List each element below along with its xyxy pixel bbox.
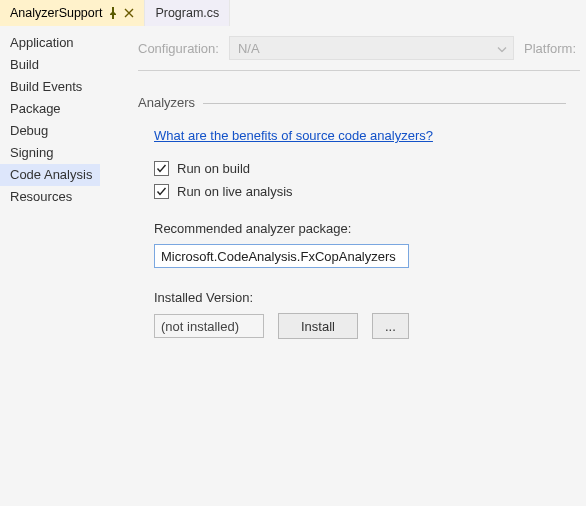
sidebar-item-application[interactable]: Application <box>0 32 100 54</box>
checkbox-label: Run on live analysis <box>177 184 293 199</box>
chevron-down-icon <box>497 41 507 56</box>
installed-version-value: (not installed) <box>154 314 264 338</box>
platform-label: Platform: <box>524 41 580 56</box>
sidebar-item-build-events[interactable]: Build Events <box>0 76 100 98</box>
sidebar-item-package[interactable]: Package <box>0 98 100 120</box>
configuration-label: Configuration: <box>138 41 219 56</box>
run-on-live-row: Run on live analysis <box>154 184 566 199</box>
run-on-live-checkbox[interactable] <box>154 184 169 199</box>
installed-version-row: (not installed) Install ... <box>154 313 566 339</box>
installed-version-label: Installed Version: <box>154 290 566 305</box>
recommended-package-input[interactable] <box>154 244 409 268</box>
benefits-link[interactable]: What are the benefits of source code ana… <box>154 128 433 143</box>
sidebar-item-code-analysis[interactable]: Code Analysis <box>0 164 100 186</box>
run-on-build-checkbox[interactable] <box>154 161 169 176</box>
project-properties-sidebar: ApplicationBuildBuild EventsPackageDebug… <box>0 26 100 506</box>
tab-bar: AnalyzerSupport Program.cs <box>0 0 586 26</box>
configuration-dropdown: N/A <box>229 36 514 60</box>
tab-label: AnalyzerSupport <box>10 6 102 20</box>
checkbox-label: Run on build <box>177 161 250 176</box>
sidebar-item-debug[interactable]: Debug <box>0 120 100 142</box>
run-on-build-row: Run on build <box>154 161 566 176</box>
install-button[interactable]: Install <box>278 313 358 339</box>
recommended-package-label: Recommended analyzer package: <box>154 221 566 236</box>
browse-ellipsis-button[interactable]: ... <box>372 313 409 339</box>
tab-program-cs[interactable]: Program.cs <box>145 0 230 26</box>
section-heading: Analyzers <box>138 95 195 110</box>
configuration-value: N/A <box>238 41 260 56</box>
section-heading-row: Analyzers <box>138 95 566 110</box>
heading-rule <box>203 103 566 104</box>
tab-analyzer-support[interactable]: AnalyzerSupport <box>0 0 145 26</box>
sidebar-item-resources[interactable]: Resources <box>0 186 100 208</box>
properties-main-panel: Configuration: N/A Platform: Analyzers W… <box>100 26 586 506</box>
tab-label: Program.cs <box>155 6 219 20</box>
sidebar-item-signing[interactable]: Signing <box>0 142 100 164</box>
pin-icon[interactable] <box>108 7 118 19</box>
analyzers-section: Analyzers What are the benefits of sourc… <box>100 71 586 339</box>
sidebar-item-build[interactable]: Build <box>0 54 100 76</box>
configuration-bar: Configuration: N/A Platform: <box>100 36 586 66</box>
close-icon[interactable] <box>124 8 134 18</box>
